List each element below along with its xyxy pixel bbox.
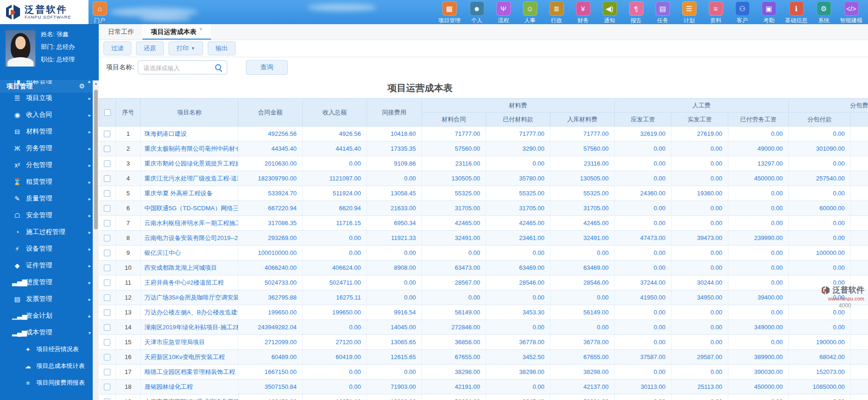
sidebar-item-quality-pen[interactable]: ✎质量管理▸ [0, 190, 99, 207]
cell-labor_paid: 0.00 [728, 305, 789, 320]
project-name-link[interactable]: 云南电力设备安装有限公司2019--2020年度 [141, 231, 238, 246]
row-checkbox[interactable] [104, 309, 110, 316]
nav-item-person[interactable]: ☻个人 [467, 1, 487, 25]
query-button[interactable]: 查询 [246, 60, 288, 75]
col-income-total: 收入总额 [303, 99, 367, 127]
row-checkbox[interactable] [104, 160, 110, 167]
sidebar-item-cost-chart[interactable]: ▂▄▆成本管理▾ [0, 324, 99, 341]
cell-clipped [851, 246, 868, 260]
nav-item-base-info-doc[interactable]: ℹ基础信息 [785, 1, 807, 25]
nav-item-plan-sliders[interactable]: ☰计划 [679, 1, 699, 25]
select-all-checkbox[interactable] [104, 109, 111, 116]
row-checkbox[interactable] [104, 384, 110, 390]
project-name-link[interactable]: 万达广场35#会所及咖啡厅空调安装工程 [141, 290, 238, 305]
row-checkbox[interactable] [104, 146, 110, 152]
nav-item-system-gear[interactable]: ⚙系统 [814, 1, 834, 25]
project-name-link[interactable]: 重庆市鹅岭公园绿化景观提升工程施工 [141, 156, 238, 171]
row-checkbox[interactable] [104, 220, 110, 227]
row-checkbox[interactable] [104, 294, 110, 301]
project-name-link[interactable]: 万达办公楼左侧A、B办公楼改造建设工程 [141, 305, 238, 320]
nav-item-document[interactable]: ≡资料 [705, 1, 726, 25]
cell-labor_paid: 13297.00 [728, 156, 789, 171]
过滤-button[interactable]: 过滤 [103, 41, 131, 55]
row-checkbox[interactable] [104, 369, 110, 375]
attendance-calendar-icon: ▣ [762, 1, 776, 16]
cell-wage_payable: 0.00 [615, 141, 671, 156]
nav-item-flowchart[interactable]: Ψ流程 [493, 1, 514, 25]
row-checkbox[interactable] [104, 205, 110, 212]
sidebar-item-labor[interactable]: Ж劳务管理▸ [0, 140, 99, 157]
sidebar-item-income-contract[interactable]: ◉收入合同▸ [0, 107, 99, 123]
row-checkbox[interactable] [104, 131, 110, 137]
nav-item-code-model[interactable]: </>智能建模 [840, 1, 862, 25]
project-name-link[interactable]: 顺德工业园区档案管理精装饰工程（一标段 [141, 365, 238, 380]
nav-item-customers[interactable]: ⚇客户 [732, 1, 753, 25]
row-checkbox[interactable] [104, 265, 110, 271]
cell-material_stock: 56149.00 [550, 305, 615, 320]
cell-income: 6620.94 [303, 201, 367, 216]
nav-item-hr-person[interactable]: ☺人事 [520, 1, 540, 25]
nav-item-attendance-calendar[interactable]: ▣考勤 [759, 1, 779, 25]
project-name-link[interactable]: 重庆华夏 外高桥工程设备 [141, 186, 238, 201]
输出-button[interactable]: 输出 [208, 41, 236, 55]
nav-item-speaker[interactable]: ◀)通知 [599, 1, 620, 25]
project-name-link[interactable]: 中国联通5G（TD-SCDMA）网络三期四川 [141, 201, 238, 216]
sidebar-item-invoice-doc[interactable]: ▤发票管理▸ [0, 291, 99, 307]
project-name-link[interactable]: 重庆太极制药有限公司亳州中药材仓储物流 [141, 141, 238, 156]
cell-wage_actual: 0.00 [671, 171, 728, 186]
col-wage-payable: 应发工资 [615, 113, 671, 127]
project-name-link[interactable]: 王府井商务中心#2楼遗留工程 [141, 275, 238, 290]
nav-item-report-doc[interactable]: ¶报告 [626, 1, 646, 25]
nav-item-layers[interactable]: ≣行政 [546, 1, 567, 25]
close-icon[interactable]: × [199, 26, 203, 33]
nav-item-project-grid[interactable]: ▦项目管理 [438, 1, 461, 25]
scrollbar-thumb[interactable] [94, 90, 98, 229]
tab-项目运营成本表[interactable]: 项目运营成本表× [142, 24, 211, 40]
row-checkbox[interactable] [104, 354, 110, 360]
project-name-link[interactable]: 晟铭园林绿化工程 [141, 380, 238, 394]
scrollbar-up-arrow[interactable]: ▲ [93, 80, 99, 87]
row-checkbox[interactable] [104, 235, 110, 241]
tab-日常工作[interactable]: 日常工作 [100, 24, 142, 40]
project-name-link[interactable]: 天府新区10Kv变电所安装工程 [141, 350, 238, 365]
project-name-link[interactable]: 云南水利枢纽潜明水库一期工程施工I标 [141, 216, 238, 231]
nav-item-task-box[interactable]: ▤任务 [652, 1, 673, 25]
project-name-link[interactable]: 上海市美容医院ICU手术室净化工程 [141, 394, 238, 400]
project-name-link[interactable]: 潼南区2019年绿化补贴项目-施工2标段 [141, 320, 238, 335]
sidebar-item-material-cart[interactable]: ⊟材料管理▸ [0, 123, 99, 140]
cell-subcontract_paid: 0.00 [789, 260, 851, 275]
sidebar-subitem-report-operation[interactable]: ✦项目经营情况表 [0, 341, 99, 358]
row-checkbox[interactable] [104, 280, 110, 286]
row-checkbox[interactable] [104, 324, 110, 331]
sidebar-subitem-report-indirect-fee[interactable]: ≡项目间接费用报表 [0, 374, 99, 391]
sidebar-item-equipment-plug[interactable]: ⚡设备管理▸ [0, 240, 99, 257]
report-doc-icon: ¶ [629, 1, 644, 16]
sidebar-item-project-init[interactable]: ☰项目立项▸ [0, 90, 99, 107]
project-name-link[interactable]: 西安成都路龙湖上河城项目 [141, 260, 238, 275]
sidebar-item-funds-plan-chart[interactable]: ▁▃▅资金计划▸ [0, 307, 99, 324]
row-checkbox[interactable] [104, 250, 110, 256]
还原-button[interactable]: 还原 [136, 41, 164, 55]
sidebar-subitem-report-total-cost[interactable]: ☁项目总成本统计表 [0, 358, 99, 374]
nav-item-portal[interactable]: ⌂ 门户 [89, 1, 110, 25]
sidebar-item-certificate-tie[interactable]: ◆证件管理▸ [0, 257, 99, 274]
sidebar-item-progress-chart[interactable]: ▃▅▇进度管理▸ [0, 274, 99, 291]
search-icon[interactable] [215, 64, 221, 70]
project-name-link[interactable]: 银亿滨江中心 [141, 246, 238, 260]
sidebar-item-safety-helmet[interactable]: ☖安全管理▸ [0, 207, 99, 224]
打印-button[interactable]: 打印▼ [169, 41, 203, 55]
sidebar-item-bid[interactable]: ◨招标管理▸ [0, 80, 99, 90]
sidebar-scrollbar[interactable]: ▲ [93, 80, 99, 400]
row-checkbox[interactable] [104, 175, 110, 182]
sidebar-item-construction-process[interactable]: ◔施工过程管理▸ [0, 224, 99, 240]
project-name-link[interactable]: 重庆江北污水处理厂级改造工程-道路修复 [141, 171, 238, 186]
nav-item-finance-money[interactable]: ¥财务 [573, 1, 593, 25]
row-checkbox[interactable] [104, 190, 110, 197]
project-name-link[interactable]: 天津市应急管理局项目 [141, 335, 238, 350]
project-name-input[interactable] [142, 61, 215, 74]
cell-wage_actual: 0.00 [671, 335, 728, 350]
sidebar-item-subcontract[interactable]: x²分包管理▸ [0, 157, 99, 173]
row-checkbox[interactable] [104, 339, 110, 346]
project-name-link[interactable]: 珠海鹤港口建设 [141, 127, 238, 141]
sidebar-item-lease-hourglass[interactable]: ⌛租赁管理▸ [0, 173, 99, 190]
